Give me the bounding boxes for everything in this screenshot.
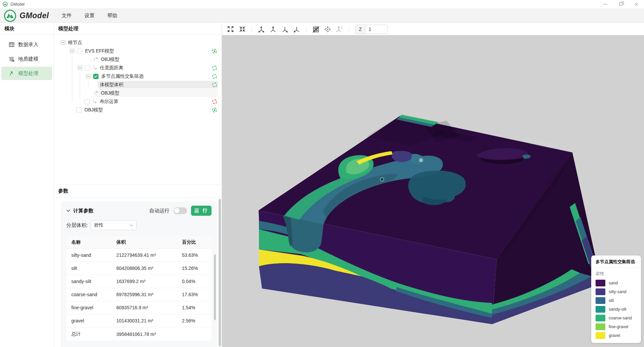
toolbar-separator: [349, 26, 349, 32]
toggle-grid-button[interactable]: [311, 25, 320, 34]
axis-view-left-button[interactable]: [292, 25, 301, 34]
cell-volume: 2122794639.41 m³: [111, 252, 177, 258]
compute-params-card: 计算参数 自动运行 运 行 分层体积: 岩性 名: [61, 201, 217, 347]
tree-node-label: 多节点属性交集筛选: [101, 73, 144, 79]
expand-view-button[interactable]: [226, 25, 235, 34]
z-label: Z: [355, 25, 366, 34]
restore-button[interactable]: [613, 0, 629, 8]
axis-view-up-button[interactable]: [268, 25, 278, 34]
grid-off-icon: [312, 26, 320, 33]
color-swatch: [596, 288, 605, 295]
collapse-toggle-icon[interactable]: [78, 66, 82, 70]
axis-info-button[interactable]: i: [335, 25, 344, 34]
sidebar-item-geomodeling[interactable]: 地质建模: [1, 52, 52, 66]
layers-icon: [9, 56, 14, 62]
panel-scrollbar-thumb[interactable]: [219, 199, 221, 346]
cell-volume: 60935716.9 m³: [111, 305, 177, 310]
app-logo-icon: [3, 9, 17, 23]
app-logo-small-icon: [3, 2, 8, 7]
cell-volume: 604208806.35 m³: [111, 266, 177, 271]
sidebar-item-label: 地质建模: [18, 56, 38, 62]
z-scale-input[interactable]: [366, 25, 387, 34]
section-divider: [54, 184, 222, 185]
auto-run-toggle[interactable]: [174, 207, 187, 214]
collapse-toggle-icon[interactable]: [70, 49, 74, 53]
node-checkbox[interactable]: [84, 99, 90, 104]
table-icon: [9, 42, 14, 47]
chevron-down-icon[interactable]: [66, 209, 70, 212]
minimize-button[interactable]: [598, 0, 613, 8]
tree-row-root[interactable]: 根节点: [54, 38, 222, 47]
cell-name: gravel: [66, 318, 111, 323]
axis-arrows-icon: [257, 26, 265, 33]
cell-name: fine-gravel: [66, 305, 111, 310]
sidebar-item-data-entry[interactable]: 数据录入: [1, 38, 52, 51]
legend-item: sand: [596, 280, 637, 286]
table-row: fine-gravel 60935716.9 m³ 1.54%: [66, 301, 212, 314]
tree-row-arbitrary-surface-distance[interactable]: 任意面距离: [54, 64, 222, 72]
module-sidebar: 模块 数据录入 地质建: [0, 23, 54, 347]
menu-help[interactable]: 帮助: [107, 12, 117, 19]
cell-percent: 0.04%: [177, 279, 212, 284]
tree-row-obj-model-1[interactable]: OBJ模型: [54, 55, 222, 64]
node-checkbox[interactable]: [76, 107, 82, 113]
tree-row-evs-eff-model[interactable]: EVS EFF模型: [54, 47, 222, 55]
legend-item: sandy-silt: [596, 306, 637, 313]
color-swatch: [596, 297, 605, 304]
legend-card: 多节点属性交集筛选 岩性 sand silty-sand: [591, 255, 641, 343]
status-running-icon: [212, 74, 217, 79]
model-processing-panel: 模型处理 根节点 EVS EFF模型: [54, 23, 222, 347]
sidebar-item-model-processing[interactable]: 模型处理: [1, 67, 52, 80]
legend-subtitle: 岩性: [596, 271, 637, 277]
node-checkbox-checked[interactable]: [93, 74, 99, 79]
collapse-toggle-icon[interactable]: [61, 40, 65, 45]
cell-volume: 101430031.21 m³: [111, 318, 177, 323]
status-loaded-icon: [212, 49, 217, 54]
run-button[interactable]: 运 行: [191, 206, 212, 216]
node-checkbox[interactable]: [85, 65, 90, 71]
cell-volume: 3958481061.78 m³: [111, 332, 177, 337]
link-turn-icon: [93, 66, 97, 70]
node-checkbox[interactable]: [77, 48, 82, 54]
auto-run-label: 自动运行: [149, 208, 169, 214]
cell-percent: 2.56%: [177, 318, 212, 323]
menu-settings[interactable]: 设置: [84, 12, 94, 19]
cell-name: sandy-silt: [66, 279, 111, 284]
viewport-toolbar: i Z: [222, 23, 644, 35]
collapse-view-button[interactable]: [237, 25, 247, 34]
tree-row-multinode-attr-filter[interactable]: 多节点属性交集筛选: [54, 72, 222, 80]
color-swatch: [596, 315, 605, 321]
tree-row-obj-model-2[interactable]: OBJ模型: [54, 89, 222, 97]
group-title: 计算参数: [73, 208, 93, 214]
render-canvas[interactable]: 多节点属性交集筛选 岩性 sand silty-sand: [222, 35, 644, 347]
tree-row-boolean-operation[interactable]: 布尔运算: [54, 97, 222, 106]
volume-table: 名称 体积 百分比 silty-sand 2122794639.41 m³ 53…: [66, 236, 212, 341]
cell-name: silt: [66, 266, 111, 271]
tree-node-label: OBJ模型: [101, 57, 119, 63]
axis-view-right-button[interactable]: [280, 25, 290, 34]
collapse-toggle-icon[interactable]: [86, 74, 90, 78]
table-scrollbar-thumb[interactable]: [214, 254, 216, 320]
menu-file[interactable]: 文件: [62, 12, 72, 19]
close-button[interactable]: [629, 0, 644, 8]
layer-volume-label: 分层体积:: [66, 222, 88, 229]
axis-right-icon: [281, 26, 289, 33]
legend-item: silty-sand: [596, 288, 637, 295]
titlebar: GModel: [0, 0, 644, 9]
tree-node-label: 任意面距离: [100, 65, 123, 71]
cell-volume: 697825996.31 m³: [111, 292, 177, 297]
menu-items: 文件 设置 帮助: [62, 12, 117, 19]
toolbar-separator: [306, 26, 306, 32]
tree-row-obj-model-3[interactable]: OBJ模型: [54, 106, 222, 114]
axis-view-all-button[interactable]: [257, 25, 266, 34]
orbit-center-button[interactable]: [323, 25, 332, 34]
tree-node-label: EVS EFF模型: [85, 48, 114, 54]
col-volume: 体积: [111, 239, 177, 245]
tree-row-volume-model-volume[interactable]: 体模型体积: [54, 80, 222, 89]
lithology-dropdown[interactable]: 岩性: [90, 220, 137, 230]
legend-item: silt: [596, 297, 637, 304]
status-running-icon: [212, 66, 217, 70]
table-row: silt 604208806.35 m³ 15.26%: [66, 262, 212, 275]
sidebar-item-label: 模型处理: [18, 70, 38, 77]
tree-node-label: 体模型体积: [54, 82, 123, 88]
